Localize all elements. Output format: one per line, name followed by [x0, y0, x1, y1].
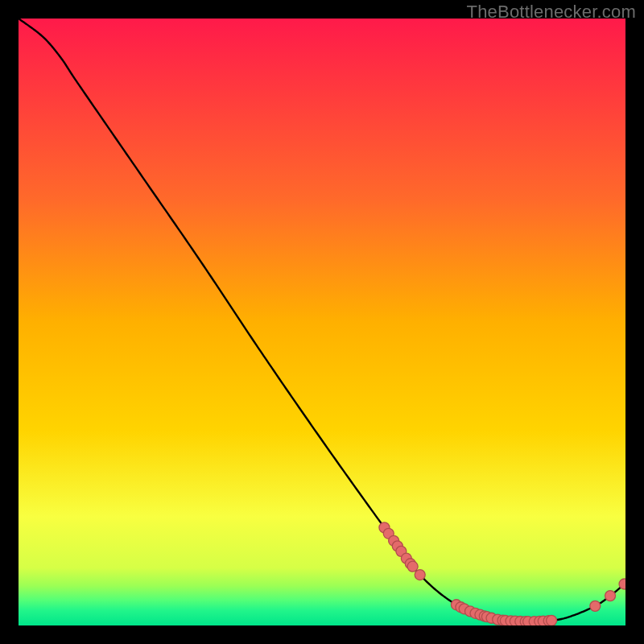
data-dot [415, 570, 425, 580]
data-dot [619, 579, 625, 589]
data-dot [407, 561, 418, 572]
data-dot [547, 615, 557, 625]
data-dot [590, 601, 601, 611]
plot-area [19, 19, 625, 625]
svg-rect-0 [19, 19, 625, 625]
chart-stage: TheBottlenecker.com [0, 0, 644, 644]
data-dot [605, 591, 616, 601]
plot-svg [19, 19, 625, 625]
